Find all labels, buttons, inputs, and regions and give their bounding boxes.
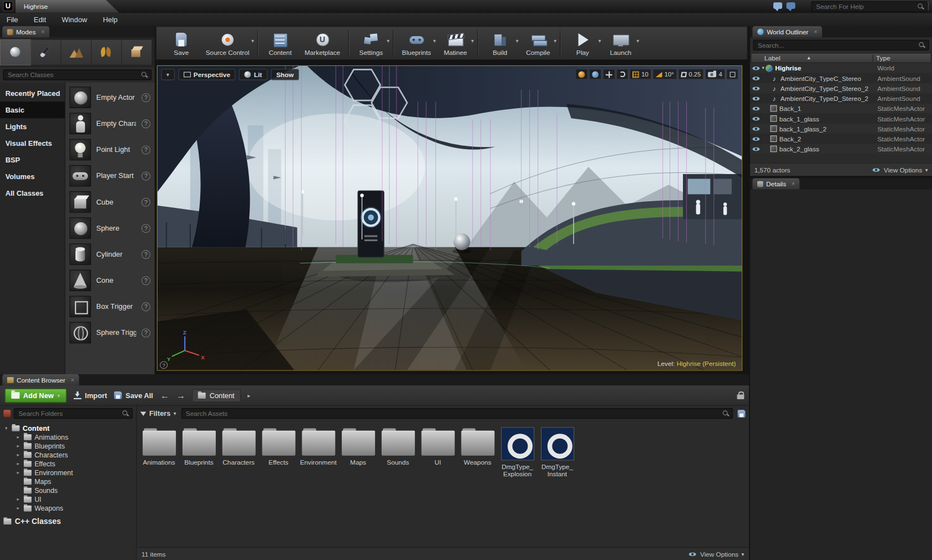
mode-tool-button[interactable] — [1, 40, 31, 65]
move-tool-button[interactable] — [603, 69, 616, 79]
menu-item[interactable]: Edit — [27, 13, 53, 27]
outliner-row[interactable]: back_2_glass StaticMeshActor — [750, 144, 932, 154]
asset-tile[interactable]: Sounds — [378, 427, 418, 478]
outliner-row[interactable]: back_1_glass StaticMeshActor — [750, 114, 932, 124]
filters-button[interactable]: Filters ▾ — [140, 409, 176, 418]
expander-arrow-icon[interactable]: ▸ — [16, 443, 21, 449]
help-icon[interactable]: ? — [141, 276, 150, 285]
angle-snap-button[interactable]: 10° — [652, 69, 677, 79]
close-icon[interactable]: × — [792, 181, 795, 187]
folder-tree-item[interactable]: Maps — [3, 477, 132, 486]
tab-details[interactable]: Details × — [752, 178, 799, 189]
visibility-eye-icon[interactable] — [752, 135, 761, 142]
chevron-down-icon[interactable]: ▾ — [599, 38, 601, 44]
camera-speed-button[interactable]: 4 — [705, 69, 725, 79]
placeable-item[interactable]: Sphere ? — [65, 215, 155, 241]
toolbar-button[interactable]: ▾ Compile — [519, 27, 558, 59]
outliner-view-options-button[interactable]: View Options ▾ — [872, 166, 928, 174]
menu-item[interactable]: File — [0, 13, 24, 27]
help-icon[interactable]: ? — [141, 93, 150, 102]
chevron-down-icon[interactable]: ▾ — [516, 38, 519, 44]
toolbar-button[interactable]: ▾ Source Control — [200, 27, 255, 59]
viewport-3d-scene[interactable] — [158, 66, 742, 370]
expander-arrow-icon[interactable]: ▸ — [16, 434, 21, 440]
expander-caret-icon[interactable]: ▾ — [762, 65, 764, 71]
sources-toggle-icon[interactable] — [3, 410, 11, 417]
placeable-item[interactable]: Cone ? — [65, 267, 155, 293]
help-icon[interactable]: ? — [141, 119, 150, 128]
outliner-row[interactable]: back_1_glass_2 StaticMeshActor — [750, 124, 932, 134]
outliner-row[interactable]: AmbientCity_TypeC_Stereo_2 AmbientSound — [750, 83, 932, 93]
folder-tree-item[interactable]: ▸ Weapons — [3, 504, 132, 513]
mode-tool-button[interactable] — [31, 40, 61, 65]
toolbar-button[interactable]: ▾ Blueprints — [397, 27, 437, 59]
asset-tile[interactable]: Characters — [219, 427, 259, 478]
outliner-row[interactable]: ▾ Highrise World — [750, 63, 932, 73]
help-icon[interactable]: ? — [141, 328, 150, 337]
help-icon[interactable]: ? — [141, 145, 150, 154]
search-assets-input[interactable] — [185, 409, 720, 418]
toolbar-button[interactable]: Save — [163, 27, 201, 59]
placeable-item[interactable]: Sphere Trigger ? — [65, 319, 155, 345]
placeable-item[interactable]: Cylinder ? — [65, 241, 155, 267]
toolbar-button[interactable]: ▾ Play — [564, 27, 602, 59]
modes-category[interactable]: Basic — [0, 101, 65, 118]
add-new-button[interactable]: Add New ▾ — [5, 388, 67, 403]
toolbar-button[interactable]: ▾ Matinee — [437, 27, 475, 59]
folder-tree-item[interactable]: ▸ Effects — [3, 459, 132, 468]
visibility-eye-icon[interactable] — [752, 125, 761, 133]
asset-tile[interactable]: UI — [418, 427, 458, 478]
expander-arrow-icon[interactable]: ▸ — [16, 497, 21, 502]
feedback-icon[interactable] — [773, 2, 782, 9]
cpp-classes-root[interactable]: C++ Classes — [3, 517, 132, 526]
folder-tree-item[interactable]: ▸ Blueprints — [3, 441, 132, 450]
forward-button[interactable]: → — [176, 390, 185, 400]
breadcrumb[interactable]: Content — [193, 389, 241, 402]
lock-icon[interactable] — [737, 391, 744, 399]
placeable-item[interactable]: Empty Character ? — [65, 110, 155, 136]
back-button[interactable]: ← — [160, 390, 169, 400]
modes-category[interactable]: Lights — [0, 118, 65, 135]
import-button[interactable]: Import — [74, 391, 107, 400]
column-label[interactable]: Label ▲ — [751, 54, 873, 62]
asset-tile[interactable]: Effects — [259, 427, 298, 478]
folder-tree-root[interactable]: ▾ Content — [3, 424, 132, 432]
rotate-tool-button[interactable] — [616, 69, 628, 79]
visibility-eye-icon[interactable] — [752, 145, 761, 152]
folder-tree-item[interactable]: ▸ Environment — [3, 468, 132, 477]
placeable-item[interactable]: Point Light ? — [65, 136, 155, 162]
modes-category[interactable]: BSP — [0, 151, 65, 168]
expander-arrow-icon[interactable]: ▸ — [16, 461, 21, 466]
placeable-item[interactable]: Empty Actor ? — [65, 84, 155, 110]
path-expand-icon[interactable]: ▸ — [247, 393, 250, 399]
grid-snap-button[interactable]: 10 — [630, 69, 651, 79]
toolbar-button[interactable]: ▾ Launch — [602, 27, 640, 59]
outliner-row[interactable]: AmbientCity_TypeD_Stereo_2 AmbientSound — [750, 93, 932, 103]
scale-snap-button[interactable]: 0.25 — [678, 69, 704, 79]
asset-tile[interactable]: Weapons — [458, 427, 498, 478]
toolbar-button[interactable]: ▾ Settings — [352, 27, 391, 59]
help-search-input[interactable] — [815, 2, 915, 11]
mode-tool-button[interactable] — [122, 40, 152, 65]
chevron-down-icon[interactable]: ▾ — [554, 38, 556, 44]
search-classes-input[interactable] — [7, 70, 139, 79]
close-icon[interactable]: × — [70, 376, 74, 383]
chevron-down-icon[interactable]: ▾ — [471, 38, 474, 44]
asset-tile[interactable]: DmgType_ Explosion — [498, 427, 538, 478]
chevron-down-icon[interactable]: ▾ — [433, 38, 436, 44]
placeable-item[interactable]: Player Start ? — [65, 163, 155, 189]
mode-tool-button[interactable] — [92, 40, 121, 65]
save-search-icon[interactable] — [738, 410, 746, 418]
visibility-eye-icon[interactable] — [752, 64, 761, 72]
show-button[interactable]: Show — [271, 69, 299, 80]
tab-world-outliner[interactable]: World Outliner × — [752, 26, 822, 37]
chevron-down-icon[interactable]: ▾ — [636, 38, 639, 44]
maximize-viewport-button[interactable] — [726, 69, 738, 79]
tab-content-browser[interactable]: Content Browser × — [2, 374, 79, 385]
mode-tool-button[interactable] — [61, 40, 91, 65]
save-all-button[interactable]: Save All — [114, 391, 153, 400]
modes-category[interactable]: Volumes — [0, 168, 65, 185]
placeable-item[interactable]: Cube ? — [65, 189, 155, 215]
outliner-search-input[interactable] — [757, 41, 916, 49]
chevron-down-icon[interactable]: ▾ — [251, 38, 254, 44]
